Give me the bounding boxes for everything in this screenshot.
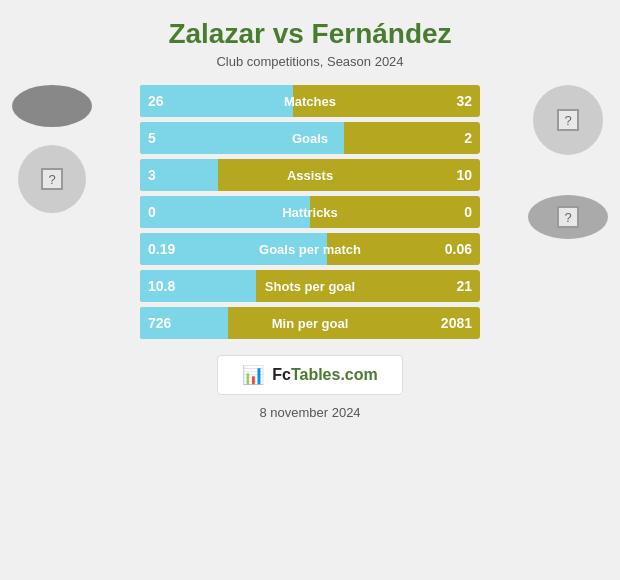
stat-right-val-2: 10	[456, 167, 472, 183]
right-avatar-top-question: ?	[557, 109, 579, 131]
stat-row-2: 3Assists10	[140, 159, 480, 191]
stats-section: ? 26Matches325Goals23Assists100Hattricks…	[0, 85, 620, 339]
right-avatar-bottom: ?	[528, 195, 608, 239]
stat-center-label-4: Goals per match	[259, 242, 361, 257]
stat-left-val-6: 726	[148, 315, 171, 331]
stat-right-val-5: 21	[456, 278, 472, 294]
stat-row-3: 0Hattricks0	[140, 196, 480, 228]
stats-rows: 26Matches325Goals23Assists100Hattricks00…	[140, 85, 480, 339]
right-avatars: ? ?	[528, 85, 608, 239]
right-avatar-bottom-question: ?	[557, 206, 579, 228]
page-subtitle: Club competitions, Season 2024	[216, 54, 403, 69]
fctables-badge: 📊 FcTables.com	[217, 355, 403, 395]
stat-right-val-0: 32	[456, 93, 472, 109]
stat-center-label-3: Hattricks	[282, 205, 338, 220]
left-avatar-top	[12, 85, 92, 127]
page-title: Zalazar vs Fernández	[168, 18, 451, 50]
stat-center-label-1: Goals	[292, 131, 328, 146]
left-avatar-bottom: ?	[18, 145, 86, 213]
stat-center-label-0: Matches	[284, 94, 336, 109]
stat-row-4: 0.19Goals per match0.06	[140, 233, 480, 265]
stat-left-val-4: 0.19	[148, 241, 175, 257]
stat-left-val-5: 10.8	[148, 278, 175, 294]
stat-left-val-0: 26	[148, 93, 164, 109]
stat-left-val-2: 3	[148, 167, 156, 183]
stat-row-0: 26Matches32	[140, 85, 480, 117]
fctables-icon: 📊	[242, 364, 264, 386]
left-avatars: ?	[12, 85, 92, 213]
fctables-text: FcTables.com	[272, 366, 378, 384]
left-avatar-question: ?	[41, 168, 63, 190]
stat-right-val-6: 2081	[441, 315, 472, 331]
stat-right-val-3: 0	[464, 204, 472, 220]
main-container: Zalazar vs Fernández Club competitions, …	[0, 0, 620, 580]
stat-row-6: 726Min per goal2081	[140, 307, 480, 339]
stat-left-val-3: 0	[148, 204, 156, 220]
stat-center-label-6: Min per goal	[272, 316, 349, 331]
footer-date: 8 november 2024	[259, 405, 360, 420]
right-avatar-top: ?	[533, 85, 603, 155]
stat-left-val-1: 5	[148, 130, 156, 146]
stat-row-5: 10.8Shots per goal21	[140, 270, 480, 302]
stat-center-label-5: Shots per goal	[265, 279, 355, 294]
stat-row-1: 5Goals2	[140, 122, 480, 154]
stat-right-val-1: 2	[464, 130, 472, 146]
stat-right-val-4: 0.06	[445, 241, 472, 257]
fctables-text-accent: Tables.com	[291, 366, 378, 383]
stat-center-label-2: Assists	[287, 168, 333, 183]
